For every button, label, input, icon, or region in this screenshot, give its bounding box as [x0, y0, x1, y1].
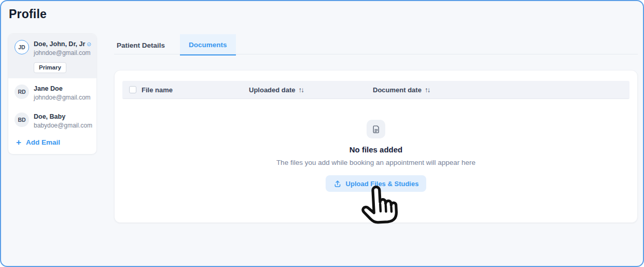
upload-files-button[interactable]: Upload Files & Studies [326, 175, 427, 192]
column-document-date[interactable]: Document date ↑↓ [373, 86, 430, 94]
column-label: Document date [373, 86, 422, 94]
add-email-button[interactable]: + Add Email [8, 134, 66, 154]
patient-info: Doe, John, Dr, Jr johndoe@gmail.com [34, 40, 91, 57]
patient-row: JD Doe, John, Dr, Jr johndoe@gmail.com [8, 34, 96, 62]
profile-window: Profile JD Doe, John, Dr, Jr johndoe@gma… [0, 0, 644, 267]
upload-icon [333, 179, 342, 188]
tabs-divider [114, 54, 638, 54]
plus-icon: + [16, 139, 21, 146]
column-file-name: File name [129, 86, 249, 94]
page-title: Profile [9, 7, 47, 21]
patient-list-item[interactable]: BD Doe, Baby babydoe@gmail.com [8, 106, 96, 134]
column-uploaded-date[interactable]: Uploaded date ↑↓ [249, 86, 373, 94]
add-email-label: Add Email [26, 138, 60, 146]
patient-name: Doe, Baby [34, 113, 65, 120]
sort-arrows-icon: ↑↓ [425, 86, 431, 94]
avatar: RD [15, 85, 29, 99]
profile-tabs: Patient Details Documents [114, 34, 236, 55]
tab-documents[interactable]: Documents [180, 34, 236, 55]
documents-table-header: File name Uploaded date ↑↓ Document date… [122, 81, 629, 99]
patient-list-item-primary[interactable]: JD Doe, John, Dr, Jr johndoe@gmail.com P… [8, 34, 96, 78]
select-all-checkbox[interactable] [129, 86, 136, 93]
patient-list-card: JD Doe, John, Dr, Jr johndoe@gmail.com P… [8, 33, 97, 154]
patient-name: Jane Doe [34, 85, 63, 92]
sort-arrows-icon: ↑↓ [299, 86, 305, 94]
empty-state-title: No files added [349, 145, 403, 154]
empty-state: No files added The files you add while b… [115, 120, 637, 192]
upload-button-label: Upload Files & Studies [346, 180, 419, 188]
column-label: Uploaded date [249, 86, 296, 94]
patient-list-item[interactable]: RD Jane Doe johndoe@gmail.com [8, 78, 96, 106]
patient-email: johndoe@gmail.com [34, 94, 91, 101]
tab-patient-details[interactable]: Patient Details [114, 34, 167, 55]
file-icon-box [367, 120, 385, 138]
patient-email: babydoe@gmail.com [34, 122, 91, 129]
patient-info: Jane Doe johndoe@gmail.com [34, 85, 91, 101]
empty-state-description: The files you add while booking an appoi… [276, 159, 475, 166]
column-label: File name [142, 86, 173, 94]
avatar: BD [15, 113, 29, 127]
avatar: JD [15, 40, 29, 54]
primary-status-badge: Primary [34, 62, 66, 73]
patient-name: Doe, John, Dr, Jr [34, 40, 85, 48]
verified-badge-icon [87, 41, 91, 48]
documents-panel: File name Uploaded date ↑↓ Document date… [114, 70, 638, 223]
document-icon [372, 125, 381, 134]
patient-email: johndoe@gmail.com [34, 49, 91, 57]
patient-info: Doe, Baby babydoe@gmail.com [34, 113, 91, 129]
